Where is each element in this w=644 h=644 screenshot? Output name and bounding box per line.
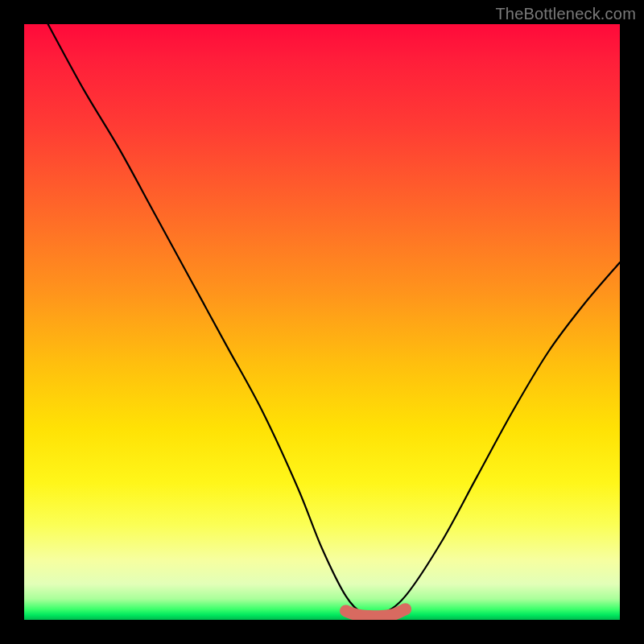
bottom-marker	[346, 609, 406, 617]
bottleneck-curve	[48, 24, 620, 616]
chart-frame: TheBottleneck.com	[0, 0, 644, 644]
plot-area	[24, 24, 620, 620]
watermark-text: TheBottleneck.com	[495, 5, 636, 23]
curve-layer	[24, 24, 620, 620]
